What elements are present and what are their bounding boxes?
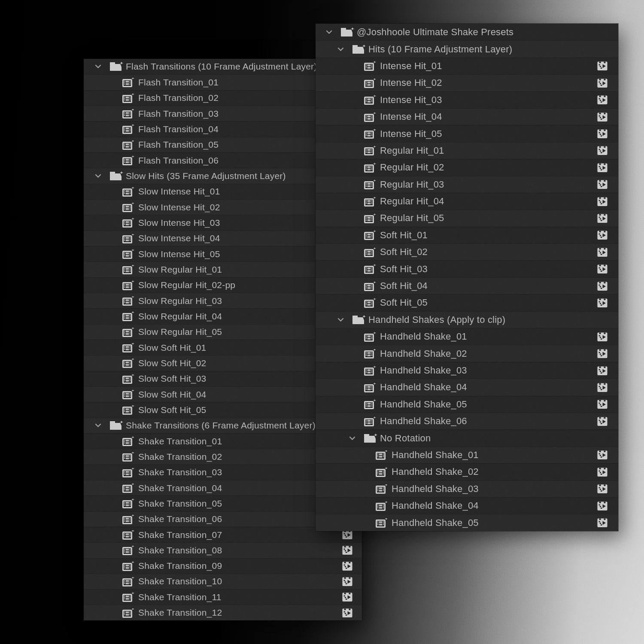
clip-row[interactable]: Shake Transition_11 [84,589,362,605]
video-usage-icon[interactable] [597,213,608,224]
video-usage-icon[interactable] [597,483,608,495]
bin-row[interactable]: No Rotation [316,429,618,446]
clip-row[interactable]: Shake Transition_10 [84,574,362,589]
clip-label: Handheld Shake_04 [392,500,479,511]
clip-row[interactable]: Handheld Shake_02 [316,345,618,361]
clip-row[interactable]: Soft Hit_05 [316,294,618,311]
motion-preset-clip-icon [364,179,377,190]
motion-preset-clip-icon [122,295,135,307]
motion-preset-clip-icon [122,139,135,151]
clip-row[interactable]: Regular Hit_01 [316,142,618,159]
clip-row[interactable]: Soft Hit_01 [316,227,618,243]
clip-label: Intense Hit_01 [380,61,442,72]
bin-row[interactable]: @Joshhoole Ultimate Shake Presets [316,24,618,40]
clip-row[interactable]: Intense Hit_04 [316,108,618,125]
clip-row[interactable]: Handheld Shake_05 [316,396,618,413]
clip-row[interactable]: Handheld Shake_03 [316,362,618,379]
clip-row[interactable]: Handheld Shake_04 [316,379,618,395]
video-usage-icon[interactable] [597,77,608,89]
motion-preset-clip-icon [364,280,377,292]
bin-row[interactable]: Handheld Shakes (Apply to clip) [316,311,618,328]
video-usage-icon[interactable] [597,145,608,156]
clip-row[interactable]: Intense Hit_05 [316,125,618,142]
video-usage-icon[interactable] [597,297,608,309]
video-usage-icon[interactable] [597,449,608,461]
clip-row[interactable]: Handheld Shake_03 [316,480,618,497]
clip-row[interactable]: Regular Hit_04 [316,193,618,210]
motion-preset-clip-icon [122,560,135,572]
clip-label: Shake Transition_11 [138,592,222,602]
video-usage-icon[interactable] [597,246,608,258]
chevron-down-icon[interactable] [95,423,101,428]
video-usage-icon[interactable] [597,398,608,410]
motion-preset-clip-icon [375,466,388,478]
clip-row[interactable]: Shake Transition_09 [84,558,362,574]
video-usage-icon[interactable] [342,607,353,619]
video-usage-icon[interactable] [597,94,608,106]
bin-folder-star-icon [352,43,367,55]
video-usage-icon[interactable] [597,365,608,377]
clip-row[interactable]: Shake Transition_12 [84,605,362,620]
clip-row[interactable]: Handheld Shake_01 [316,328,618,345]
chevron-down-icon[interactable] [95,64,101,69]
bin-folder-star-icon [109,419,124,431]
chevron-down-icon[interactable] [337,47,344,52]
video-usage-icon[interactable] [597,280,608,292]
motion-preset-clip-icon [122,529,135,541]
video-usage-icon[interactable] [597,382,608,393]
clip-row[interactable]: Shake Transition_08 [84,542,362,558]
video-usage-icon[interactable] [597,263,608,275]
clip-label: Slow Soft Hit_05 [138,405,206,415]
video-usage-icon[interactable] [597,517,608,529]
clip-row[interactable]: Handheld Shake_02 [316,463,618,480]
video-usage-icon[interactable] [597,348,608,359]
clip-row[interactable]: Regular Hit_02 [316,159,618,176]
clip-row[interactable]: Soft Hit_02 [316,243,618,260]
clip-row[interactable]: Intense Hit_02 [316,74,618,91]
clip-row[interactable]: Regular Hit_05 [316,210,618,226]
video-usage-icon[interactable] [597,416,608,427]
video-usage-icon[interactable] [342,544,353,556]
chevron-down-icon[interactable] [95,174,101,178]
video-usage-icon[interactable] [597,128,608,140]
clip-row[interactable]: Regular Hit_03 [316,176,618,193]
chevron-down-icon[interactable] [337,318,344,322]
motion-preset-clip-icon [364,128,377,140]
video-usage-icon[interactable] [597,466,608,478]
chevron-down-icon[interactable] [326,30,332,34]
clip-row[interactable]: Soft Hit_03 [316,260,618,277]
clip-row[interactable]: Handheld Shake_06 [316,413,618,429]
video-usage-icon[interactable] [597,60,608,72]
clip-row[interactable]: Handheld Shake_04 [316,497,618,514]
video-usage-icon[interactable] [597,331,608,343]
clip-row[interactable]: Handheld Shake_01 [316,447,618,463]
motion-preset-clip-icon [122,108,135,119]
video-usage-icon[interactable] [597,500,608,512]
clip-label: Soft Hit_03 [380,264,428,275]
clip-label: Slow Soft Hit_01 [138,343,206,353]
video-usage-icon[interactable] [597,111,608,123]
motion-preset-clip-icon [364,60,377,72]
motion-preset-clip-icon [122,76,135,88]
motion-preset-clip-icon [122,607,135,619]
video-usage-icon[interactable] [597,162,608,173]
motion-preset-clip-icon [364,246,377,258]
clip-label: Shake Transition_09 [138,561,222,571]
clip-label: Slow Soft Hit_03 [138,374,206,384]
video-usage-icon[interactable] [342,560,353,572]
motion-preset-clip-icon [364,77,377,89]
video-usage-icon[interactable] [597,179,608,190]
clip-row[interactable]: Soft Hit_04 [316,277,618,294]
clip-row[interactable]: Intense Hit_03 [316,91,618,108]
clip-label: Handheld Shake_03 [380,365,467,376]
video-usage-icon[interactable] [597,196,608,207]
clip-row[interactable]: Handheld Shake_05 [316,514,618,531]
video-usage-icon[interactable] [342,591,353,603]
video-usage-icon[interactable] [342,576,353,587]
clip-row[interactable]: Intense Hit_01 [316,58,618,74]
motion-preset-clip-icon [364,416,377,427]
chevron-down-icon[interactable] [349,436,355,440]
video-usage-icon[interactable] [597,229,608,241]
clip-label: Shake Transition_08 [138,545,222,556]
bin-row[interactable]: Hits (10 Frame Adjustment Layer) [316,40,618,57]
